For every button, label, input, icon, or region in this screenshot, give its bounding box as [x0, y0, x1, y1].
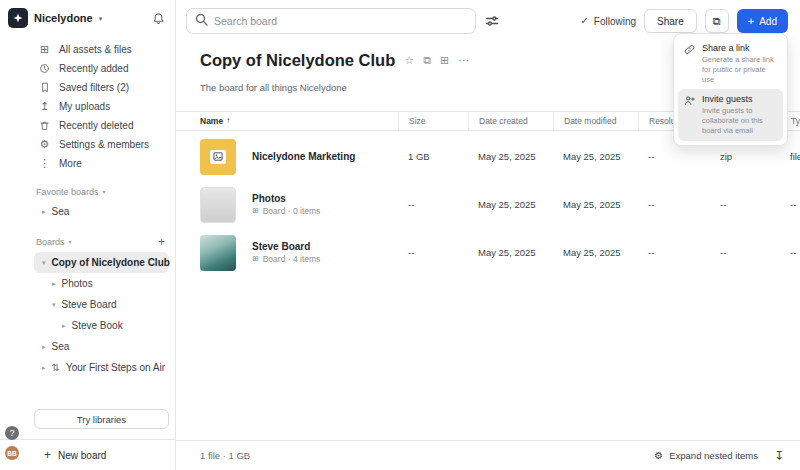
column-header-date-modified[interactable]: Date modified: [553, 112, 638, 130]
asset-resolution: --: [638, 151, 710, 162]
workspace-name: Nicelydone: [34, 12, 93, 24]
download-icon[interactable]: ↧: [774, 450, 784, 462]
chevron-down-icon: ▾: [103, 189, 106, 195]
new-board-button[interactable]: + New board: [0, 439, 175, 470]
column-header-size[interactable]: Size: [398, 112, 468, 130]
sidebar-item-more[interactable]: ⋮ More: [38, 154, 169, 173]
asset-type: --: [780, 247, 800, 258]
app-window: Nicelydone ▾ ⊞ All assets & files Recent…: [0, 0, 800, 470]
menu-item-description: Generate a share link for public or priv…: [702, 55, 777, 84]
board-label: Steve Book: [72, 320, 123, 331]
asset-type: file: [780, 151, 800, 162]
board-thumbnail: [200, 235, 236, 271]
favorite-board-sea[interactable]: ▸ Sea: [34, 201, 169, 222]
asset-date-created: May 25, 2025: [468, 199, 553, 210]
asset-date-modified: May 25, 2025: [553, 199, 638, 210]
board-item-first-steps[interactable]: ▸ ⇅ Your First Steps on Air: [34, 357, 169, 378]
page-title: Copy of Nicelydone Club: [200, 51, 395, 70]
table-row[interactable]: Steve Board ⊞ Board · 4 items -- May 25,…: [176, 230, 800, 275]
following-label: Following: [594, 16, 636, 27]
status-bar: 1 file · 1 GB ⚙ Expand nested items ↧: [176, 440, 800, 470]
sidebar-item-all-assets[interactable]: ⊞ All assets & files: [38, 40, 169, 59]
asset-extension: zip: [710, 151, 780, 162]
search-icon: [195, 12, 208, 30]
asset-size: 1 GB: [398, 151, 468, 162]
chevron-down-icon: ▾: [52, 301, 56, 308]
favorite-boards-header[interactable]: Favorite boards ▾: [36, 187, 165, 197]
plus-icon: +: [748, 16, 754, 27]
boards-header[interactable]: Boards ▾ +: [36, 236, 165, 248]
board-item-sea[interactable]: ▸ Sea: [34, 336, 169, 357]
copy-icon[interactable]: ⧉: [423, 55, 431, 66]
add-button[interactable]: + Add: [737, 9, 788, 33]
asset-date-modified: May 25, 2025: [553, 247, 638, 258]
board-label: Steve Board: [62, 299, 117, 310]
chevron-down-icon: ▾: [99, 15, 103, 22]
board-label: Photos: [62, 278, 93, 289]
following-toggle[interactable]: ✓ Following: [580, 16, 636, 27]
check-icon: ✓: [580, 16, 588, 26]
sidebar-nav: ⊞ All assets & files Recently added Save…: [0, 36, 175, 173]
add-board-icon[interactable]: +: [158, 236, 165, 248]
gear-icon: ⚙: [38, 139, 51, 150]
board-item-photos[interactable]: ▸ Photos: [34, 273, 169, 294]
trash-icon: [38, 120, 51, 131]
sidebar-item-recently-added[interactable]: Recently added: [38, 59, 169, 78]
filters-sliders-icon[interactable]: [485, 14, 499, 28]
asset-extension: --: [710, 247, 780, 258]
nav-label: More: [59, 158, 82, 169]
board-item-steve-book[interactable]: ▸ Steve Book: [34, 315, 169, 336]
nav-label: My uploads: [59, 101, 110, 112]
assets-table: Name ↑ Size Date created Date modified R…: [176, 111, 800, 440]
table-row[interactable]: Photos ⊞ Board · 0 items -- May 25, 2025…: [176, 182, 800, 227]
expand-nested-label: Expand nested items: [669, 450, 758, 461]
menu-item-description: Invite guests to collaborate on this boa…: [702, 106, 777, 135]
column-header-date-created[interactable]: Date created: [468, 112, 553, 130]
share-a-link-menu-item[interactable]: Share a link Generate a share link for p…: [678, 38, 783, 89]
invite-guests-menu-item[interactable]: Invite guests Invite guests to collabora…: [678, 89, 783, 140]
app-logo: [8, 8, 28, 28]
share-menu: Share a link Generate a share link for p…: [673, 33, 788, 146]
chevron-down-icon: ▾: [42, 259, 46, 266]
board-item-copy-of-nicelydone-club[interactable]: ▾ Copy of Nicelydone Club: [34, 252, 169, 273]
board-view-icon[interactable]: ⊞: [440, 55, 449, 66]
notifications-icon[interactable]: [152, 12, 165, 25]
more-options-icon[interactable]: ⋯: [458, 55, 469, 66]
new-board-label: New board: [58, 450, 106, 461]
file-thumbnail: [200, 139, 236, 175]
try-libraries-button[interactable]: Try libraries: [34, 409, 169, 429]
sidebar-item-recently-deleted[interactable]: Recently deleted: [38, 116, 169, 135]
help-button[interactable]: ?: [5, 426, 19, 440]
asset-name: Nicelydone Marketing: [252, 151, 355, 162]
expand-nested-items-button[interactable]: ⚙ Expand nested items: [654, 450, 758, 461]
asset-resolution: --: [638, 247, 710, 258]
duplicate-button[interactable]: ⧉: [705, 9, 729, 33]
main-area: ✓ Following Share ⧉ + Add Copy of Nicely…: [176, 0, 800, 470]
column-header-name[interactable]: Name ↑: [200, 112, 398, 130]
avatar[interactable]: BB: [3, 444, 21, 462]
boards-tree: ▾ Copy of Nicelydone Club ▸ Photos ▾ Ste…: [34, 252, 169, 378]
nav-label: Recently deleted: [59, 120, 134, 131]
board-label: Sea: [52, 206, 70, 217]
chevron-right-icon: ▸: [52, 280, 56, 287]
share-button[interactable]: Share: [644, 9, 697, 33]
search-input[interactable]: [214, 15, 467, 27]
avatar-initials: BB: [7, 450, 16, 457]
board-label: Your First Steps on Air: [66, 362, 165, 373]
sidebar-item-my-uploads[interactable]: ↥ My uploads: [38, 97, 169, 116]
person-plus-icon: [684, 95, 696, 106]
menu-item-title: Invite guests: [702, 94, 777, 104]
workspace-switcher[interactable]: Nicelydone ▾: [0, 0, 175, 36]
question-icon: ?: [9, 429, 14, 438]
updown-arrows-icon: ⇅: [52, 363, 60, 373]
sidebar-item-saved-filters[interactable]: Saved filters (2): [38, 78, 169, 97]
asset-subtitle: Board · 4 items: [263, 254, 321, 264]
nav-label: Recently added: [59, 63, 129, 74]
chevron-down-icon: ▾: [69, 239, 72, 245]
star-icon[interactable]: ☆: [404, 55, 414, 66]
board-item-steve-board[interactable]: ▾ Steve Board: [34, 294, 169, 315]
board-label: Copy of Nicelydone Club: [52, 257, 170, 268]
section-label: Boards: [36, 237, 65, 247]
sidebar-item-settings-members[interactable]: ⚙ Settings & members: [38, 135, 169, 154]
board-thumbnail: [200, 187, 236, 223]
